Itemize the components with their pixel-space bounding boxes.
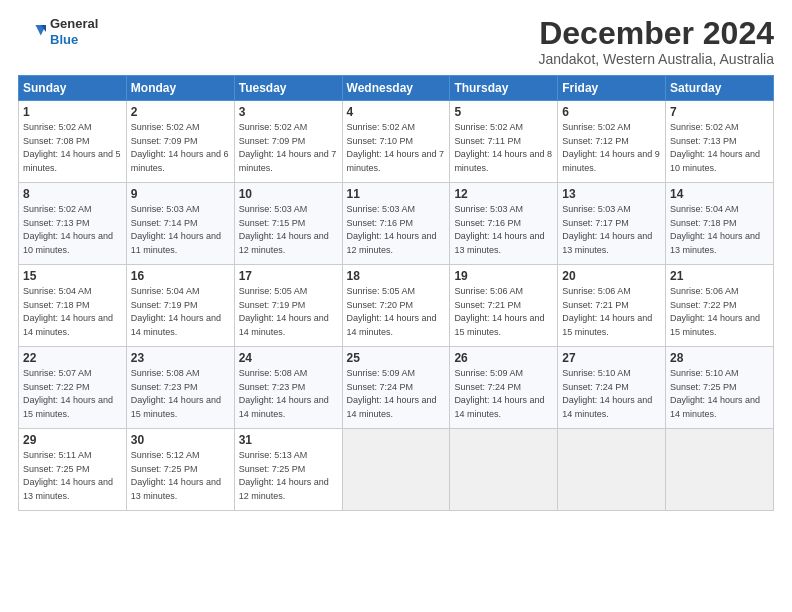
calendar-cell: 18 Sunrise: 5:05 AM Sunset: 7:20 PM Dayl…: [342, 265, 450, 347]
day-info: Sunrise: 5:02 AM Sunset: 7:13 PM Dayligh…: [670, 121, 769, 175]
day-number: 1: [23, 105, 122, 119]
day-info: Sunrise: 5:06 AM Sunset: 7:22 PM Dayligh…: [670, 285, 769, 339]
day-info: Sunrise: 5:09 AM Sunset: 7:24 PM Dayligh…: [454, 367, 553, 421]
calendar-cell: 29 Sunrise: 5:11 AM Sunset: 7:25 PM Dayl…: [19, 429, 127, 511]
calendar-cell: 13 Sunrise: 5:03 AM Sunset: 7:17 PM Dayl…: [558, 183, 666, 265]
calendar-cell: 31 Sunrise: 5:13 AM Sunset: 7:25 PM Dayl…: [234, 429, 342, 511]
calendar-cell: 22 Sunrise: 5:07 AM Sunset: 7:22 PM Dayl…: [19, 347, 127, 429]
calendar-cell: 1 Sunrise: 5:02 AM Sunset: 7:08 PM Dayli…: [19, 101, 127, 183]
col-wednesday: Wednesday: [342, 76, 450, 101]
day-number: 29: [23, 433, 122, 447]
calendar-week-5: 29 Sunrise: 5:11 AM Sunset: 7:25 PM Dayl…: [19, 429, 774, 511]
logo-general: General: [50, 16, 98, 32]
calendar-table: Sunday Monday Tuesday Wednesday Thursday…: [18, 75, 774, 511]
calendar-cell: 26 Sunrise: 5:09 AM Sunset: 7:24 PM Dayl…: [450, 347, 558, 429]
calendar-cell: 11 Sunrise: 5:03 AM Sunset: 7:16 PM Dayl…: [342, 183, 450, 265]
logo: General Blue: [18, 16, 98, 47]
logo-text: General Blue: [50, 16, 98, 47]
col-thursday: Thursday: [450, 76, 558, 101]
day-info: Sunrise: 5:03 AM Sunset: 7:14 PM Dayligh…: [131, 203, 230, 257]
day-number: 30: [131, 433, 230, 447]
day-number: 14: [670, 187, 769, 201]
col-tuesday: Tuesday: [234, 76, 342, 101]
day-number: 13: [562, 187, 661, 201]
day-number: 18: [347, 269, 446, 283]
calendar-cell: 28 Sunrise: 5:10 AM Sunset: 7:25 PM Dayl…: [666, 347, 774, 429]
day-number: 24: [239, 351, 338, 365]
calendar-cell: 23 Sunrise: 5:08 AM Sunset: 7:23 PM Dayl…: [126, 347, 234, 429]
day-number: 31: [239, 433, 338, 447]
calendar-cell: 30 Sunrise: 5:12 AM Sunset: 7:25 PM Dayl…: [126, 429, 234, 511]
calendar-cell: [666, 429, 774, 511]
calendar-cell: [450, 429, 558, 511]
calendar-cell: 15 Sunrise: 5:04 AM Sunset: 7:18 PM Dayl…: [19, 265, 127, 347]
calendar-cell: 5 Sunrise: 5:02 AM Sunset: 7:11 PM Dayli…: [450, 101, 558, 183]
day-number: 10: [239, 187, 338, 201]
day-info: Sunrise: 5:03 AM Sunset: 7:16 PM Dayligh…: [454, 203, 553, 257]
day-info: Sunrise: 5:06 AM Sunset: 7:21 PM Dayligh…: [562, 285, 661, 339]
day-info: Sunrise: 5:13 AM Sunset: 7:25 PM Dayligh…: [239, 449, 338, 503]
day-number: 22: [23, 351, 122, 365]
header-section: General Blue December 2024 Jandakot, Wes…: [18, 16, 774, 67]
title-section: December 2024 Jandakot, Western Australi…: [538, 16, 774, 67]
calendar-week-2: 8 Sunrise: 5:02 AM Sunset: 7:13 PM Dayli…: [19, 183, 774, 265]
calendar-cell: 17 Sunrise: 5:05 AM Sunset: 7:19 PM Dayl…: [234, 265, 342, 347]
location-title: Jandakot, Western Australia, Australia: [538, 51, 774, 67]
calendar-cell: 16 Sunrise: 5:04 AM Sunset: 7:19 PM Dayl…: [126, 265, 234, 347]
day-info: Sunrise: 5:07 AM Sunset: 7:22 PM Dayligh…: [23, 367, 122, 421]
col-monday: Monday: [126, 76, 234, 101]
day-info: Sunrise: 5:02 AM Sunset: 7:08 PM Dayligh…: [23, 121, 122, 175]
day-number: 16: [131, 269, 230, 283]
day-info: Sunrise: 5:03 AM Sunset: 7:16 PM Dayligh…: [347, 203, 446, 257]
day-number: 17: [239, 269, 338, 283]
day-info: Sunrise: 5:02 AM Sunset: 7:09 PM Dayligh…: [131, 121, 230, 175]
day-number: 23: [131, 351, 230, 365]
calendar-week-3: 15 Sunrise: 5:04 AM Sunset: 7:18 PM Dayl…: [19, 265, 774, 347]
logo-icon: [18, 18, 46, 46]
day-info: Sunrise: 5:09 AM Sunset: 7:24 PM Dayligh…: [347, 367, 446, 421]
day-number: 27: [562, 351, 661, 365]
day-number: 6: [562, 105, 661, 119]
day-number: 2: [131, 105, 230, 119]
col-sunday: Sunday: [19, 76, 127, 101]
day-info: Sunrise: 5:12 AM Sunset: 7:25 PM Dayligh…: [131, 449, 230, 503]
day-number: 8: [23, 187, 122, 201]
day-number: 25: [347, 351, 446, 365]
day-number: 11: [347, 187, 446, 201]
day-number: 9: [131, 187, 230, 201]
day-number: 21: [670, 269, 769, 283]
day-info: Sunrise: 5:05 AM Sunset: 7:19 PM Dayligh…: [239, 285, 338, 339]
calendar-cell: 24 Sunrise: 5:08 AM Sunset: 7:23 PM Dayl…: [234, 347, 342, 429]
month-title: December 2024: [538, 16, 774, 51]
calendar-cell: 27 Sunrise: 5:10 AM Sunset: 7:24 PM Dayl…: [558, 347, 666, 429]
day-number: 12: [454, 187, 553, 201]
day-info: Sunrise: 5:04 AM Sunset: 7:18 PM Dayligh…: [23, 285, 122, 339]
calendar-cell: 19 Sunrise: 5:06 AM Sunset: 7:21 PM Dayl…: [450, 265, 558, 347]
calendar-cell: 8 Sunrise: 5:02 AM Sunset: 7:13 PM Dayli…: [19, 183, 127, 265]
calendar-cell: 20 Sunrise: 5:06 AM Sunset: 7:21 PM Dayl…: [558, 265, 666, 347]
calendar-cell: [558, 429, 666, 511]
day-info: Sunrise: 5:04 AM Sunset: 7:19 PM Dayligh…: [131, 285, 230, 339]
calendar-cell: 2 Sunrise: 5:02 AM Sunset: 7:09 PM Dayli…: [126, 101, 234, 183]
day-info: Sunrise: 5:03 AM Sunset: 7:15 PM Dayligh…: [239, 203, 338, 257]
day-info: Sunrise: 5:04 AM Sunset: 7:18 PM Dayligh…: [670, 203, 769, 257]
calendar-header-row: Sunday Monday Tuesday Wednesday Thursday…: [19, 76, 774, 101]
day-info: Sunrise: 5:02 AM Sunset: 7:12 PM Dayligh…: [562, 121, 661, 175]
calendar-week-4: 22 Sunrise: 5:07 AM Sunset: 7:22 PM Dayl…: [19, 347, 774, 429]
day-info: Sunrise: 5:08 AM Sunset: 7:23 PM Dayligh…: [131, 367, 230, 421]
calendar-cell: 14 Sunrise: 5:04 AM Sunset: 7:18 PM Dayl…: [666, 183, 774, 265]
calendar-cell: 10 Sunrise: 5:03 AM Sunset: 7:15 PM Dayl…: [234, 183, 342, 265]
page: General Blue December 2024 Jandakot, Wes…: [0, 0, 792, 612]
day-number: 26: [454, 351, 553, 365]
calendar-week-1: 1 Sunrise: 5:02 AM Sunset: 7:08 PM Dayli…: [19, 101, 774, 183]
day-number: 15: [23, 269, 122, 283]
day-number: 4: [347, 105, 446, 119]
calendar-cell: 7 Sunrise: 5:02 AM Sunset: 7:13 PM Dayli…: [666, 101, 774, 183]
day-info: Sunrise: 5:11 AM Sunset: 7:25 PM Dayligh…: [23, 449, 122, 503]
day-info: Sunrise: 5:02 AM Sunset: 7:13 PM Dayligh…: [23, 203, 122, 257]
day-number: 3: [239, 105, 338, 119]
day-info: Sunrise: 5:10 AM Sunset: 7:24 PM Dayligh…: [562, 367, 661, 421]
calendar-cell: 4 Sunrise: 5:02 AM Sunset: 7:10 PM Dayli…: [342, 101, 450, 183]
day-info: Sunrise: 5:02 AM Sunset: 7:10 PM Dayligh…: [347, 121, 446, 175]
col-saturday: Saturday: [666, 76, 774, 101]
